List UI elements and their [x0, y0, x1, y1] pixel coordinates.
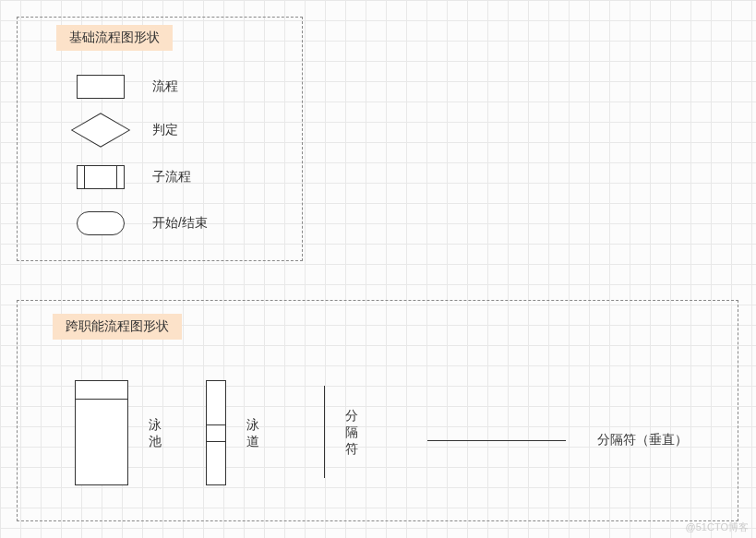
separator-item: 分隔符	[324, 386, 358, 478]
process-label: 流程	[152, 78, 178, 95]
terminator-label: 开始/结束	[152, 215, 208, 232]
process-row: 流程	[66, 75, 178, 99]
decision-shape-icon	[71, 113, 131, 147]
pool-label: 泳池	[149, 416, 162, 449]
subprocess-shape-icon	[77, 165, 125, 189]
decision-label: 判定	[152, 122, 178, 138]
lane-shape-icon	[206, 380, 226, 485]
separator-vertical-item: 分隔符（垂直）	[427, 432, 688, 448]
separator-label: 分隔符	[345, 407, 358, 458]
basic-panel-title: 基础流程图形状	[56, 25, 173, 51]
decision-row: 判定	[66, 114, 178, 147]
lane-item: 泳道	[206, 380, 259, 485]
terminator-shape-icon	[77, 211, 125, 235]
lane-label: 泳道	[246, 416, 259, 449]
separator-vertical-label: 分隔符（垂直）	[597, 432, 688, 448]
separator-hline-icon	[427, 440, 566, 441]
basic-shapes-panel: 基础流程图形状 流程 判定 子流程 开始/结束	[17, 17, 303, 261]
crossfunc-panel-title: 跨职能流程图形状	[53, 314, 182, 340]
terminator-row: 开始/结束	[66, 211, 208, 235]
crossfunc-row: 泳池 泳道 分隔符 分隔符（垂直）	[18, 373, 738, 493]
separator-vline-icon	[324, 386, 325, 478]
process-shape-icon	[77, 75, 125, 99]
subprocess-row: 子流程	[66, 165, 191, 189]
pool-shape-icon	[75, 380, 128, 485]
subprocess-label: 子流程	[152, 169, 191, 185]
crossfunc-shapes-panel: 跨职能流程图形状 泳池 泳道 分隔符	[17, 300, 738, 521]
pool-item: 泳池	[75, 380, 162, 485]
watermark: @51CTO博客	[686, 520, 749, 534]
